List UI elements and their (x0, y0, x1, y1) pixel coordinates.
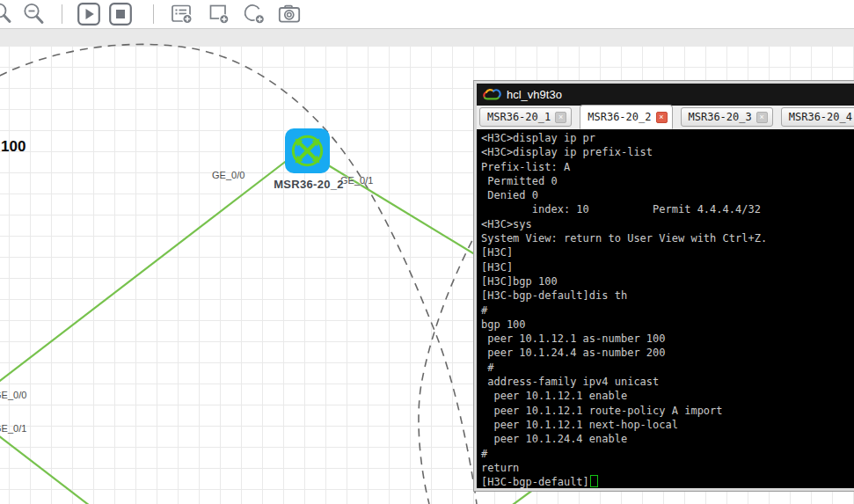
add-note-icon[interactable] (171, 3, 193, 26)
zoom-in-icon[interactable] (0, 3, 12, 26)
console-text: <H3C>display ip pr <H3C>display ip prefi… (481, 132, 767, 488)
offscreen-port-label-ge00: GE_0/0 (0, 390, 26, 400)
tab-close-icon[interactable]: × (756, 112, 768, 123)
link-router-to-right-device[interactable] (310, 154, 498, 268)
as-number-label: 100 (1, 138, 26, 156)
toolbar-separator (153, 4, 154, 24)
tab-msr36-20-2[interactable]: MSR36-20_2 × (580, 105, 672, 129)
terminal-window: hcl_vh9t3o MSR36-20_1 × MSR36-20_2 × MSR… (474, 81, 854, 491)
tab-label: MSR36-20_1 (487, 111, 551, 123)
console-cursor (590, 475, 598, 487)
router-device-label: MSR36-20_2 (266, 178, 351, 191)
screenshot-icon[interactable] (278, 3, 302, 26)
tab-close-icon[interactable]: × (555, 112, 566, 123)
add-ellipse-icon[interactable] (243, 3, 266, 26)
link-router-to-left-device[interactable] (0, 148, 303, 386)
tab-msr36-20-1[interactable]: MSR36-20_1 × (479, 107, 572, 127)
terminal-console[interactable]: <H3C>display ip pr <H3C>display ip prefi… (477, 129, 854, 488)
stop-devices-button[interactable] (109, 3, 132, 26)
tab-label: MSR36-20_4 (789, 111, 852, 123)
hcl-cloud-logo-icon (482, 88, 501, 101)
link-left-device-to-bottom-device[interactable] (0, 433, 93, 504)
router-device-icon[interactable] (285, 128, 330, 173)
tab-close-icon[interactable]: × (656, 112, 668, 123)
toolbar-separator (62, 4, 62, 24)
tab-label: MSR36-20_3 (689, 111, 752, 123)
port-label-ge00: GE_0/0 (212, 170, 245, 180)
terminal-titlebar[interactable]: hcl_vh9t3o (477, 84, 854, 106)
start-devices-button[interactable] (77, 3, 100, 26)
tab-msr36-20-4[interactable]: MSR36-20_4 × (781, 107, 854, 127)
tab-label: MSR36-20_2 (588, 111, 651, 123)
zoom-out-icon[interactable] (21, 3, 45, 26)
terminal-tabbar: MSR36-20_1 × MSR36-20_2 × MSR36-20_3 × M… (477, 106, 854, 129)
as-boundary-ellipse-left (0, 44, 477, 504)
toolbar (0, 0, 854, 29)
tab-msr36-20-3[interactable]: MSR36-20_3 × (681, 107, 773, 127)
offscreen-port-label-ge01: GE_0/1 (0, 423, 26, 434)
add-frame-icon[interactable] (208, 3, 230, 26)
terminal-title: hcl_vh9t3o (507, 88, 562, 101)
